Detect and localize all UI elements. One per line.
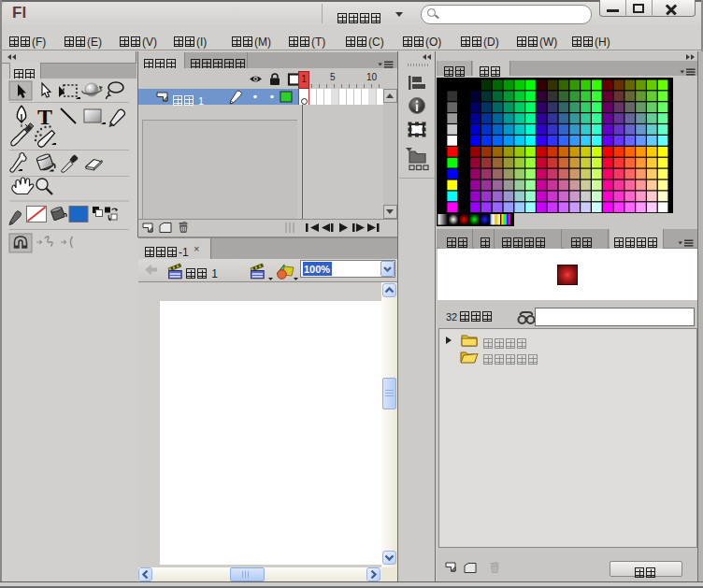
svg-text:T: T xyxy=(37,105,52,129)
